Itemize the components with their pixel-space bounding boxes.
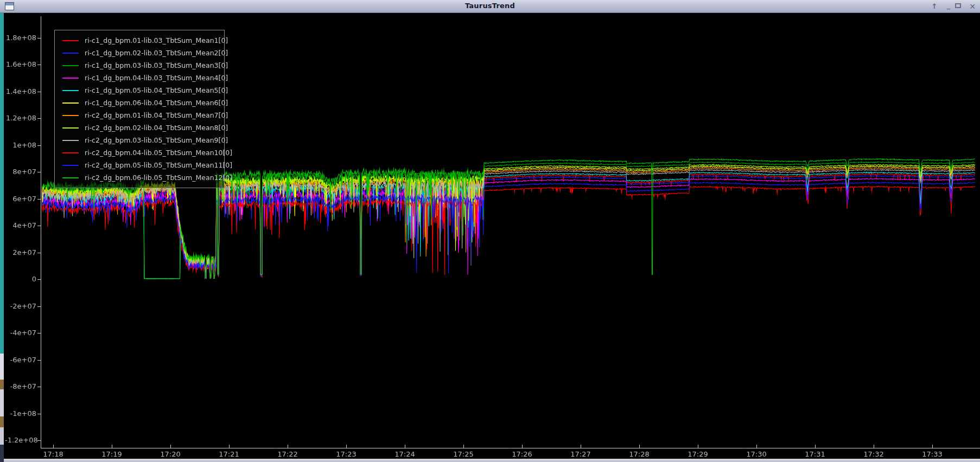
x-tick-label: 17:20: [154, 450, 187, 458]
legend-line-swatch: [62, 115, 79, 116]
taurus-trend-window: TaurusTrend ↑ _ ✕ 1.8e+081.6e+081.4e+081…: [0, 0, 980, 462]
y-tick-label: -8e+07: [5, 382, 36, 390]
legend-label: ri-c1_dg_bpm.03-lib.03_TbtSum_Mean3[0]: [85, 61, 228, 69]
y-tick-label: 1.8e+08: [5, 34, 36, 42]
legend-label: ri-c1_dg_bpm.06-lib.04_TbtSum_Mean6[0]: [85, 99, 228, 107]
bottom-window-edge: [4, 459, 980, 462]
x-tick-label: 17:24: [389, 450, 421, 458]
desktop-sliver: [0, 13, 4, 462]
x-tick-label: 17:25: [447, 450, 480, 458]
close-button[interactable]: ✕: [967, 1, 978, 12]
x-tick-label: 17:19: [96, 450, 128, 458]
legend-line-swatch: [62, 40, 79, 41]
legend-label: ri-c1_dg_bpm.05-lib.04_TbtSum_Mean5[0]: [85, 86, 228, 94]
y-tick-label: 1.4e+08: [5, 87, 36, 95]
y-tick-label: 1.2e+08: [5, 114, 36, 122]
y-tick-label: -2e+07: [5, 302, 36, 310]
titlebar[interactable]: TaurusTrend ↑ _ ✕: [0, 0, 980, 13]
legend-label: ri-c2_dg_bpm.01-lib.04_TbtSum_Mean7[0]: [85, 111, 228, 119]
legend-item: ri-c1_dg_bpm.01-lib.03_TbtSum_Mean1[0]: [62, 34, 219, 47]
legend-item: ri-c2_dg_bpm.02-lib.04_TbtSum_Mean8[0]: [62, 121, 219, 134]
y-tick-label: 0: [5, 275, 36, 283]
legend-line-swatch: [62, 90, 79, 91]
desktop-sliver-stripe: [0, 416, 4, 427]
desktop-sliver-stripe: [0, 389, 4, 416]
x-tick-label: 17:26: [506, 450, 538, 458]
x-tick-label: 17:31: [799, 450, 831, 458]
legend-label: ri-c1_dg_bpm.02-lib.03_TbtSum_Mean2[0]: [85, 49, 228, 57]
x-tick-label: 17:23: [330, 450, 362, 458]
legend-line-swatch: [62, 65, 79, 66]
maximize-button[interactable]: [955, 3, 961, 8]
legend-line-swatch: [62, 102, 79, 104]
legend-line-swatch: [62, 177, 79, 178]
x-tick-label: 17:29: [682, 450, 714, 458]
legend-line-swatch: [62, 53, 79, 54]
y-tick-label: -1e+08: [5, 409, 36, 418]
x-tick-label: 17:33: [916, 450, 949, 458]
legend-item: ri-c2_dg_bpm.01-lib.04_TbtSum_Mean7[0]: [62, 109, 219, 121]
legend-item: ri-c2_dg_bpm.05-lib.05_TbtSum_Mean11[0]: [62, 159, 219, 171]
x-tick-label: 17:28: [623, 450, 656, 458]
legend-item: ri-c2_dg_bpm.03-lib.05_TbtSum_Mean9[0]: [62, 134, 219, 146]
window-title: TaurusTrend: [0, 2, 980, 10]
y-tick-label: 8e+07: [5, 168, 36, 176]
legend-line-swatch: [62, 152, 79, 153]
legend-line-swatch: [62, 140, 79, 141]
y-tick-label: 4e+07: [5, 221, 36, 229]
legend-label: ri-c1_dg_bpm.04-lib.03_TbtSum_Mean4[0]: [85, 74, 228, 82]
legend-line-swatch: [62, 127, 79, 129]
legend-label: ri-c2_dg_bpm.03-lib.05_TbtSum_Mean9[0]: [85, 136, 228, 144]
x-tick-label: 17:27: [564, 450, 597, 458]
x-tick-label: 17:21: [213, 450, 245, 458]
y-tick-label: -1.2e+08: [5, 436, 36, 444]
desktop-sliver-stripe: [0, 354, 4, 380]
legend-item: ri-c1_dg_bpm.03-lib.03_TbtSum_Mean3[0]: [62, 59, 219, 72]
legend-label: ri-c2_dg_bpm.04-lib.05_TbtSum_Mean10[0]: [85, 149, 232, 157]
desktop-sliver-stripe: [0, 380, 4, 389]
legend-label: ri-c2_dg_bpm.06-lib.05_TbtSum_Mean12[0]: [85, 174, 232, 182]
y-tick-label: -6e+07: [5, 356, 36, 364]
y-tick-label: -4e+07: [5, 329, 36, 337]
x-tick-label: 17:22: [271, 450, 304, 458]
desktop-sliver-stripe: [0, 427, 4, 445]
desktop-sliver-stripe: [0, 445, 4, 462]
y-tick-label: 1.6e+08: [5, 60, 36, 68]
legend-item: ri-c1_dg_bpm.06-lib.04_TbtSum_Mean6[0]: [62, 97, 219, 109]
legend-line-swatch: [62, 165, 79, 166]
legend-line-swatch: [62, 78, 79, 79]
legend-label: ri-c2_dg_bpm.05-lib.05_TbtSum_Mean11[0]: [85, 161, 232, 169]
desktop-sliver-stripe: [0, 13, 4, 354]
y-tick-label: 2e+07: [5, 248, 36, 256]
legend-label: ri-c2_dg_bpm.02-lib.04_TbtSum_Mean8[0]: [85, 124, 228, 132]
legend-label: ri-c1_dg_bpm.01-lib.03_TbtSum_Mean1[0]: [85, 36, 228, 44]
shade-button[interactable]: ↑: [929, 1, 940, 12]
legend-item: ri-c2_dg_bpm.06-lib.05_TbtSum_Mean12[0]: [62, 171, 219, 184]
y-tick-label: 6e+07: [5, 195, 36, 203]
trend-plot[interactable]: 1.8e+081.6e+081.4e+081.2e+081e+088e+076e…: [4, 13, 980, 459]
legend: ri-c1_dg_bpm.01-lib.03_TbtSum_Mean1[0]ri…: [54, 30, 225, 188]
x-tick-label: 17:30: [740, 450, 773, 458]
legend-item: ri-c1_dg_bpm.04-lib.03_TbtSum_Mean4[0]: [62, 72, 219, 84]
legend-item: ri-c1_dg_bpm.05-lib.04_TbtSum_Mean5[0]: [62, 84, 219, 97]
x-tick-label: 17:18: [37, 450, 69, 458]
legend-item: ri-c2_dg_bpm.04-lib.05_TbtSum_Mean10[0]: [62, 146, 219, 159]
minimize-button[interactable]: _: [943, 0, 954, 11]
x-tick-label: 17:32: [857, 450, 890, 458]
legend-item: ri-c1_dg_bpm.02-lib.03_TbtSum_Mean2[0]: [62, 47, 219, 59]
y-tick-label: 1e+08: [5, 141, 36, 149]
